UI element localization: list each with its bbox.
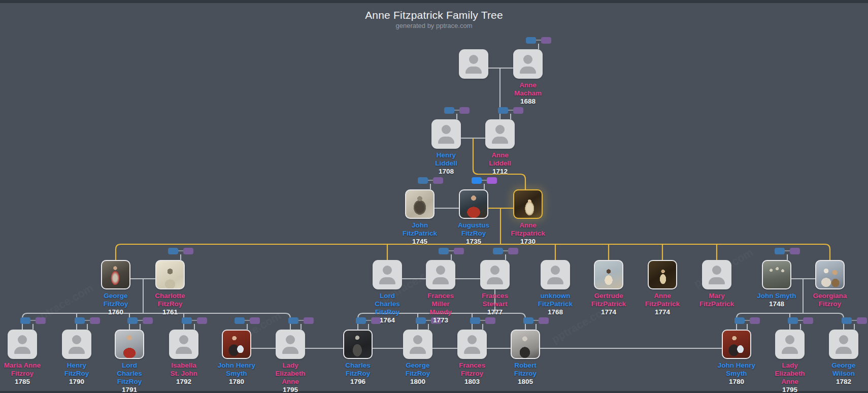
person-silhouette-icon [480,260,510,289]
person-node-maria-anne-fitzroy[interactable] [8,330,37,359]
father-chip[interactable] [470,317,480,324]
person-node-frances-stewart[interactable] [480,260,510,289]
mother-chip[interactable] [803,317,813,324]
father-chip[interactable] [127,317,138,324]
mother-chip[interactable] [508,248,518,254]
person-node-frances-fitzroy[interactable] [457,330,487,359]
mother-chip[interactable] [183,248,193,254]
person-node-lord-charles-fitzroy[interactable] [373,260,402,289]
mother-chip[interactable] [513,107,523,114]
father-chip[interactable] [168,248,178,254]
person-node-george-wilson[interactable] [829,330,858,359]
mother-chip[interactable] [790,248,800,254]
person-portrait-george-fitzroy[interactable] [101,260,130,289]
person-name: FitzRoy [99,378,160,386]
mother-chip[interactable] [485,317,495,324]
father-chip[interactable] [493,248,503,254]
parents-indicator[interactable] [493,248,518,254]
parents-indicator[interactable] [127,317,153,324]
parents-indicator[interactable] [523,317,549,324]
person-node-frances-miller-mundy[interactable] [426,260,455,289]
person-portrait-john-henry-smyth[interactable] [222,330,251,359]
person-name: Miller [410,300,471,308]
parents-indicator[interactable] [235,317,260,324]
father-chip[interactable] [842,317,852,324]
person-portrait-john-smyth[interactable] [762,260,791,289]
person-portrait-john-henry-smyth[interactable] [722,330,751,359]
mother-chip[interactable] [454,248,464,254]
parents-indicator[interactable] [842,317,867,324]
person-portrait-anne-fitzpatrick[interactable] [513,189,543,219]
parents-indicator[interactable] [775,248,800,254]
father-chip[interactable] [75,317,85,324]
mother-chip[interactable] [90,317,100,324]
father-chip[interactable] [182,317,192,324]
person-node-anne-liddell[interactable] [485,119,515,149]
person-name: Anne [497,81,558,89]
mother-chip[interactable] [541,37,551,44]
parents-indicator[interactable] [444,107,470,114]
person-name: Frances [464,292,525,300]
person-name: Anne [470,151,530,159]
father-chip[interactable] [288,317,298,324]
parents-indicator[interactable] [498,107,523,114]
person-node-george-fitzroy[interactable] [403,330,432,359]
parents-indicator[interactable] [182,317,207,324]
parents-indicator[interactable] [472,177,497,184]
father-chip[interactable] [439,248,449,254]
person-node-henry-fitzroy[interactable] [62,330,91,359]
father-chip[interactable] [526,37,536,44]
mother-chip[interactable] [143,317,153,324]
father-chip[interactable] [418,177,428,184]
mother-chip[interactable] [487,177,497,184]
mother-chip[interactable] [36,317,46,324]
person-portrait-robert-fitzroy[interactable] [511,330,540,359]
parents-indicator[interactable] [439,248,464,254]
person-node-mary-fitzpatrick[interactable] [702,260,731,289]
person-node-anne-macham[interactable] [513,49,543,79]
father-chip[interactable] [788,317,798,324]
father-chip[interactable] [20,317,30,324]
parents-indicator[interactable] [526,37,551,44]
parents-indicator[interactable] [735,317,760,324]
mother-chip[interactable] [304,317,314,324]
person-portrait-georgiana-fitzroy[interactable] [815,260,845,289]
mother-chip[interactable] [197,317,207,324]
parents-indicator[interactable] [75,317,100,324]
family-tree-canvas: Anne Fitzpatrick Family Tree generated b… [0,0,868,393]
parents-indicator[interactable] [470,317,495,324]
person-node-henry-liddell[interactable] [431,119,461,149]
father-chip[interactable] [444,107,454,114]
mother-chip[interactable] [433,177,443,184]
parents-indicator[interactable] [288,317,314,324]
person-name: FitzRoy [443,230,504,238]
person-node-person-0[interactable] [459,49,488,79]
father-chip[interactable] [472,177,482,184]
father-chip[interactable] [235,317,245,324]
person-portrait-john-fitzpatrick[interactable] [405,189,435,219]
parents-indicator[interactable] [168,248,193,254]
parents-indicator[interactable] [788,317,813,324]
person-portrait-lord-charles-fitzroy[interactable] [115,330,144,359]
mother-chip[interactable] [250,317,260,324]
father-chip[interactable] [775,248,785,254]
person-node-lady-elizabeth-anne[interactable] [775,330,805,359]
person-portrait-gertrude-fitzpatrick[interactable] [594,260,623,289]
person-portrait-charlotte-fitzroy[interactable] [155,260,185,289]
person-node-unknown-fitzpatrick[interactable] [541,260,570,289]
parents-indicator[interactable] [418,177,443,184]
mother-chip[interactable] [750,317,760,324]
person-portrait-augustus-fitzroy[interactable] [459,189,488,219]
mother-chip[interactable] [459,107,470,114]
father-chip[interactable] [523,317,533,324]
person-portrait-anne-fitzpatrick[interactable] [648,260,677,289]
person-name: John [389,221,450,230]
mother-chip[interactable] [539,317,549,324]
mother-chip[interactable] [857,317,867,324]
person-node-isabella-st-john[interactable] [169,330,198,359]
father-chip[interactable] [735,317,745,324]
person-portrait-charles-fitzroy[interactable] [343,330,373,359]
father-chip[interactable] [498,107,508,114]
parents-indicator[interactable] [20,317,46,324]
person-node-lady-elizabeth-anne[interactable] [276,330,305,359]
